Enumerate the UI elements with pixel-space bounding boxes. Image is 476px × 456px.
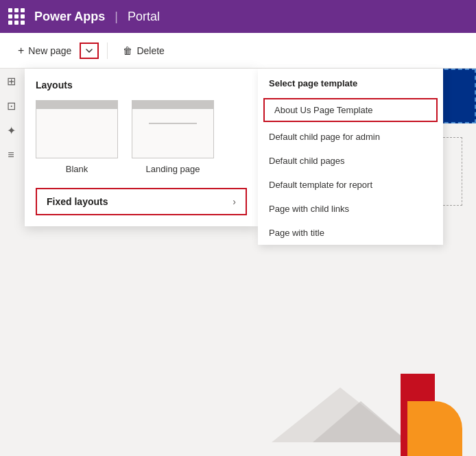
landing-page-layout-thumb bbox=[132, 100, 214, 158]
blank-layout-label: Blank bbox=[66, 164, 88, 174]
new-page-dropdown-button[interactable] bbox=[80, 43, 99, 59]
flyout-panel: Select page template About Us Page Templ… bbox=[258, 69, 443, 245]
layouts-dropdown-panel: Layouts Blank Landing page Fixed layouts… bbox=[25, 69, 258, 226]
trash-icon: 🗑 bbox=[123, 45, 132, 56]
new-page-label: New page bbox=[28, 45, 71, 56]
portal-label: Portal bbox=[128, 10, 160, 24]
template-item-2[interactable]: Default child pages bbox=[258, 149, 443, 173]
template-item-1[interactable]: Default child page for admin bbox=[258, 125, 443, 149]
fixed-layouts-label: Fixed layouts bbox=[47, 196, 108, 207]
plus-icon: + bbox=[18, 45, 24, 57]
layers-icon[interactable]: ✦ bbox=[4, 123, 18, 137]
layouts-section-title: Layouts bbox=[36, 80, 247, 91]
chevron-right-icon: › bbox=[233, 196, 236, 207]
app-name: Power Apps bbox=[34, 10, 105, 24]
template-item-4[interactable]: Page with child links bbox=[258, 197, 443, 221]
layouts-grid: Blank Landing page bbox=[36, 100, 247, 174]
chevron-down-icon bbox=[85, 47, 93, 55]
fixed-layouts-row[interactable]: Fixed layouts › bbox=[36, 188, 247, 215]
pages-icon[interactable]: ⊞ bbox=[4, 74, 18, 88]
landing-page-layout-label: Landing page bbox=[146, 164, 200, 174]
left-sidebar: ⊞ ⊡ ✦ ≡ bbox=[0, 69, 22, 167]
settings-icon[interactable]: ≡ bbox=[4, 148, 18, 162]
components-icon[interactable]: ⊡ bbox=[4, 99, 18, 112]
orange-decoration bbox=[407, 401, 462, 456]
landing-page-layout-item[interactable]: Landing page bbox=[132, 100, 214, 174]
flyout-title: Select page template bbox=[258, 69, 443, 95]
top-navigation: Power Apps | Portal bbox=[0, 0, 476, 33]
blank-layout-item[interactable]: Blank bbox=[36, 100, 118, 174]
template-item-0[interactable]: About Us Page Template bbox=[263, 98, 438, 122]
template-item-3[interactable]: Default template for report bbox=[258, 173, 443, 197]
delete-button[interactable]: 🗑 Delete bbox=[116, 41, 171, 60]
delete-label: Delete bbox=[136, 45, 164, 56]
nav-separator: | bbox=[115, 10, 118, 24]
blank-layout-thumb bbox=[36, 100, 118, 158]
toolbar-divider bbox=[107, 43, 108, 59]
app-grid-icon[interactable] bbox=[8, 8, 25, 25]
toolbar: + New page 🗑 Delete bbox=[0, 33, 476, 69]
template-item-5[interactable]: Page with title bbox=[258, 221, 443, 245]
mountain-decoration bbox=[272, 374, 409, 442]
new-page-button[interactable]: + New page bbox=[11, 40, 78, 61]
